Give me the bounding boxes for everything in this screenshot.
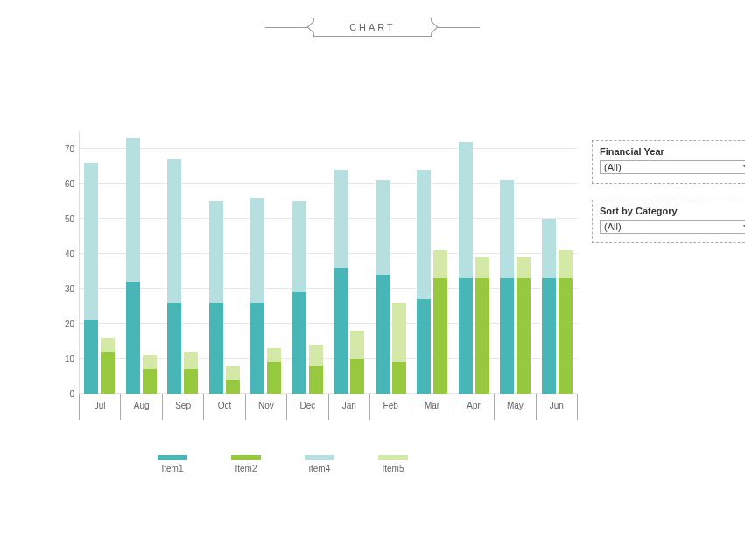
chart-bar	[517, 257, 531, 394]
bar-segment-item2	[184, 369, 198, 394]
legend-label: item4	[309, 464, 330, 473]
legend-item: Item5	[378, 455, 408, 473]
bar-segment-item1	[292, 292, 306, 394]
chart-bar	[309, 345, 323, 394]
chart-ytick: 30	[48, 284, 74, 294]
financial-year-value: (All)	[604, 162, 622, 172]
bar-segment-item1	[250, 303, 264, 394]
chart-ytick: 70	[48, 144, 74, 154]
chart-ytick: 0	[48, 389, 74, 399]
chart-xtick: Jun	[536, 394, 578, 420]
bar-segment-item4	[542, 219, 556, 278]
chart-ytick: 60	[48, 179, 74, 189]
bar-segment-item1	[167, 303, 181, 394]
bar-segment-item1	[376, 275, 390, 394]
controls-panel: Financial Year (All) Sort by Category (A…	[592, 140, 745, 259]
chart-xtick: Nov	[245, 394, 286, 420]
sort-category-filter: Sort by Category (All)	[592, 200, 745, 243]
bar-segment-item2	[226, 380, 240, 394]
bar-segment-item5	[433, 250, 447, 278]
bar-segment-item2	[517, 278, 531, 394]
chart-xtick: Feb	[369, 394, 411, 420]
bar-segment-item5	[226, 366, 240, 380]
chart-bar	[376, 180, 390, 394]
bar-segment-item4	[500, 180, 514, 278]
header-rule-right	[436, 27, 480, 28]
chart-month-column	[287, 131, 329, 394]
bar-segment-item4	[209, 201, 223, 303]
chart-month-column	[162, 131, 204, 394]
chart-xtick: Aug	[120, 394, 161, 420]
bar-segment-item1	[459, 278, 473, 394]
legend-item: Item1	[158, 455, 187, 473]
sort-category-value: (All)	[604, 221, 622, 232]
chart-bar	[226, 366, 240, 394]
page-title-text: CHART	[349, 22, 396, 32]
bar-segment-item2	[350, 359, 364, 394]
bar-segment-item2	[101, 352, 115, 394]
chart-bar	[500, 180, 514, 394]
chart-ytick: 40	[48, 249, 74, 259]
chart-bar	[184, 352, 198, 394]
legend-label: Item5	[382, 464, 404, 473]
chart-bar	[334, 170, 348, 394]
chart-month-column	[537, 131, 579, 394]
bar-segment-item2	[475, 278, 489, 394]
chart-bar	[250, 198, 264, 394]
chart-bar	[167, 159, 181, 394]
chart-bar	[84, 163, 98, 394]
sort-category-select[interactable]: (All)	[600, 220, 745, 234]
bar-segment-item4	[376, 180, 390, 275]
bar-segment-item4	[126, 138, 140, 282]
chart-xtick: Apr	[453, 394, 494, 420]
chart-legend: Item1Item2item4Item5	[158, 455, 408, 473]
chart-xtick: May	[494, 394, 535, 420]
chart-xtick: Oct	[203, 394, 244, 420]
bar-segment-item2	[433, 278, 447, 394]
page-title: CHART	[313, 18, 432, 37]
financial-year-select[interactable]: (All)	[600, 160, 745, 174]
bar-segment-item5	[143, 355, 157, 369]
bar-segment-item2	[392, 362, 406, 394]
chart-bar	[433, 250, 447, 394]
bar-segment-item4	[334, 170, 348, 268]
legend-item: item4	[305, 455, 334, 473]
chart-month-column	[411, 131, 453, 394]
bar-segment-item1	[126, 282, 140, 394]
bar-segment-item1	[334, 268, 348, 394]
legend-label: Item2	[235, 464, 257, 473]
bar-segment-item4	[167, 159, 181, 303]
chart-month-column	[453, 131, 495, 394]
chart-month-column	[79, 131, 121, 394]
bar-segment-item2	[559, 278, 573, 394]
chart-bar	[392, 303, 406, 394]
bar-segment-item4	[459, 142, 473, 278]
bar-segment-item4	[250, 198, 264, 303]
bar-segment-item5	[517, 257, 531, 278]
chart-bar	[292, 201, 306, 394]
chart-ytick: 20	[48, 319, 74, 329]
chart-month-column	[245, 131, 287, 394]
legend-swatch	[305, 455, 334, 460]
page-header: CHART	[0, 18, 745, 37]
legend-swatch	[378, 455, 408, 460]
legend-label: Item1	[161, 464, 183, 473]
chart-ytick: 10	[48, 354, 74, 364]
bar-segment-item4	[417, 170, 431, 299]
bar-segment-item5	[184, 352, 198, 369]
bar-segment-item4	[84, 163, 98, 320]
chart-bar	[475, 257, 489, 394]
chart-xtick: Dec	[286, 394, 327, 420]
chart: JulAugSepOctNovDecJanFebMarAprMayJun 010…	[48, 131, 578, 420]
bar-segment-item5	[475, 257, 489, 278]
bar-segment-item1	[209, 303, 223, 394]
bar-segment-item1	[500, 278, 514, 394]
chart-bar	[143, 355, 157, 394]
legend-item: Item2	[231, 455, 261, 473]
chart-month-column	[328, 131, 370, 394]
chart-xtick: Sep	[162, 394, 203, 420]
chart-xaxis: JulAugSepOctNovDecJanFebMarAprMayJun	[79, 394, 578, 420]
chart-month-column	[370, 131, 412, 394]
bar-segment-item5	[267, 348, 281, 362]
chart-bar	[209, 201, 223, 394]
